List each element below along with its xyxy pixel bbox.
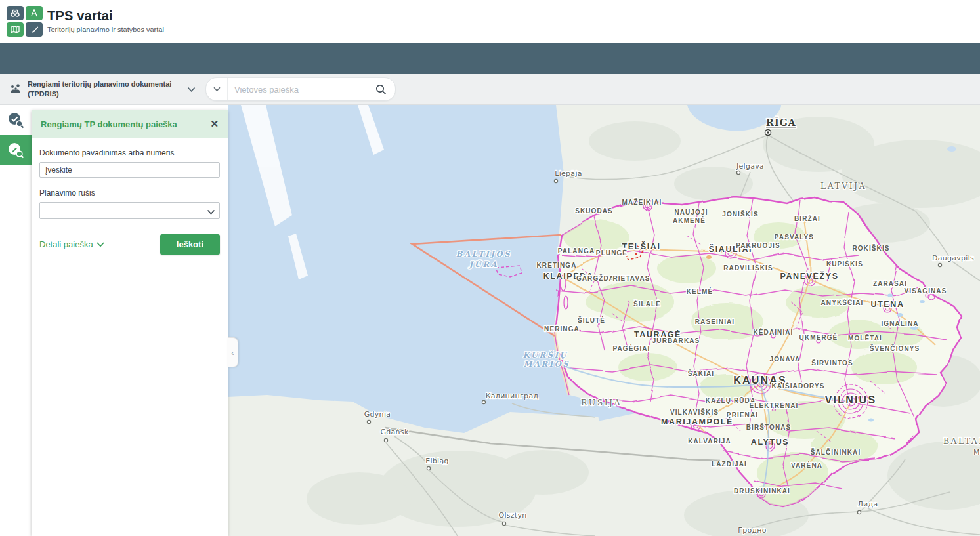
map-label-j-ra: JŪRA xyxy=(468,260,498,269)
app-title: TPS vartai xyxy=(47,9,164,24)
panel-header: Rengiamų TP dokumentų paieška ✕ xyxy=(32,110,228,138)
town-dot-marker xyxy=(427,466,430,470)
map[interactable]: RĪGALATVIJARUSIJABALTARUSIJAMoLiepājaJel… xyxy=(228,105,980,536)
map-label-utena: UTENA xyxy=(870,300,904,309)
map-label-garg-dai: GARGŽDAI xyxy=(576,274,617,282)
map-label-r-ga: RĪGA xyxy=(766,116,796,128)
map-label--: Калининград xyxy=(486,392,539,400)
map-label-panev-ys: PANEVĖŽYS xyxy=(780,271,838,281)
map-label-plung-: PLUNGĖ xyxy=(596,249,628,257)
map-label-marijampol-: MARIJAMPOLĖ xyxy=(661,417,733,426)
map-label-latvija: LATVIJA xyxy=(820,181,866,191)
tp-documents-search-panel: Rengiamų TP dokumentų paieška ✕ Dokument… xyxy=(32,110,228,536)
plan-type-select[interactable] xyxy=(39,202,220,219)
map-label-joni-kis: JONIŠKIS xyxy=(722,210,758,218)
town-dot-marker xyxy=(554,179,557,182)
map-label--ilal-: ŠILALĖ xyxy=(633,300,661,308)
map-label-kelm-: KELMĖ xyxy=(687,287,714,295)
document-name-label: Dokumento pavadinimas arba numeris xyxy=(39,148,220,157)
map-label-kalvarija: KALVARIJA xyxy=(688,438,731,445)
map-label-radvili-kis: RADVILIŠKIS xyxy=(723,264,773,272)
map-label-baltijos: BALTIJOS xyxy=(456,249,511,258)
town-dot-marker xyxy=(938,263,941,266)
map-label-naujoji: NAUJOJI xyxy=(674,209,708,216)
town-dot-marker xyxy=(367,420,370,423)
town-dot-marker xyxy=(857,510,861,514)
map-label-marios: MARIOS xyxy=(524,360,570,369)
map-label--: Гродно xyxy=(738,526,767,535)
map-label--: Лида xyxy=(858,500,878,508)
town-dot-marker xyxy=(482,400,485,403)
map-label-daugavpils: Daugavpils xyxy=(932,254,974,262)
map-label-alytus: ALYTUS xyxy=(751,438,789,447)
map-icon xyxy=(7,22,24,37)
document-layer-selector-label: Rengiami teritorijų planavimo dokumentai… xyxy=(28,79,177,99)
map-label-pag-giai: PAGĖGIAI xyxy=(613,344,650,352)
map-label-liep-ja: Liepāja xyxy=(555,169,582,178)
map-label--irvintos: ŠIRVINTOS xyxy=(811,359,853,367)
layers-group-icon xyxy=(9,82,22,97)
map-label-prienai: PRIENAI xyxy=(727,411,758,419)
map-label-olsztyn: Olsztyn xyxy=(498,511,526,520)
binoculars-icon xyxy=(7,6,24,20)
map-label-vilnius: VILNIUS xyxy=(825,394,877,405)
map-label-baltarusija: BALTARUSIJA xyxy=(943,436,980,446)
town-dot-marker xyxy=(384,438,387,442)
map-label-druskininkai: DRUSKININKAI xyxy=(734,487,790,495)
map-label-mo: Mo xyxy=(973,448,980,457)
close-icon[interactable]: ✕ xyxy=(207,115,221,133)
place-search-bar xyxy=(205,77,396,101)
app-header: TPS vartai Teritorijų planavimo ir staty… xyxy=(0,0,980,43)
document-name-input[interactable] xyxy=(39,162,220,178)
map-label-kupi-kis: KUPIŠKIS xyxy=(826,260,863,268)
approved-documents-search-button[interactable] xyxy=(0,105,32,135)
map-label-gda-sk: Gdańsk xyxy=(380,428,408,436)
detailed-search-link[interactable]: Detali paieška xyxy=(39,239,104,249)
panel-collapse-handle[interactable]: ‹ xyxy=(228,337,238,367)
map-label--ven-ionys: ŠVENČIONYS xyxy=(870,344,920,352)
map-label-bir-ai: BIRŽAI xyxy=(794,215,820,222)
map-label-skuodas: SKUODAS xyxy=(575,207,613,215)
map-label-elbl-g: Elbląg xyxy=(425,457,449,465)
map-label-kazl-r-da: KAZLŲ RŪDA xyxy=(706,397,756,404)
map-label-vilkavi-kis: VILKAVIŠKIS xyxy=(670,408,719,416)
map-label-k-dainiai: KĖDAINIAI xyxy=(753,328,793,336)
app-subtitle: Teritorijų planavimo ir statybos vartai xyxy=(47,26,164,33)
map-label--ilut-: ŠILUTĖ xyxy=(578,316,605,324)
map-toolbar: Rengiami teritorijų planavimo dokumentai… xyxy=(0,74,980,105)
map-label-elektr-nai: ELEKTRĖNAI xyxy=(750,402,799,409)
map-label-jurbarkas: JURBARKAS xyxy=(652,337,700,344)
map-label-mol-tai: MOLĖTAI xyxy=(848,334,882,342)
map-label-jonava: JONAVA xyxy=(770,356,801,363)
search-submit-button[interactable]: Ieškoti xyxy=(160,234,220,255)
map-label-ma-eikiai: MAŽEIKIAI xyxy=(622,198,662,206)
map-label--akiai: ŠAKIAI xyxy=(688,369,715,377)
map-label-gdynia: Gdynia xyxy=(364,410,391,419)
map-label-akmen-: AKMENĖ xyxy=(673,216,706,224)
map-label-pasvalys: PASVALYS xyxy=(775,234,814,241)
tps-vartai-app: { "header": { "title": "TPS vartai", "su… xyxy=(0,0,980,536)
map-label-kur-i-: KURŠIŲ xyxy=(523,350,568,360)
map-label-raseiniai: RASEINIAI xyxy=(695,318,735,325)
top-navigation-bar xyxy=(0,43,980,74)
map-label-anyk-iai: ANYKŠČIAI xyxy=(821,299,864,306)
map-label-lazdijai: LAZDIJAI xyxy=(712,461,747,468)
search-icon[interactable] xyxy=(366,78,395,100)
brush-icon xyxy=(26,22,43,37)
panel-title: Rengiamų TP dokumentų paieška xyxy=(32,119,177,129)
map-label-palanga: PALANGA xyxy=(558,247,595,255)
map-label--al-ininkai: ŠALČININKAI xyxy=(811,448,861,456)
town-dot-marker xyxy=(736,171,740,174)
document-layer-selector[interactable]: Rengiami teritorijų planavimo dokumentai… xyxy=(0,74,203,104)
map-label-var-na: VARĖNA xyxy=(791,461,822,469)
place-search-input[interactable] xyxy=(228,85,366,94)
map-label-ukmerg-: UKMERGĖ xyxy=(799,333,838,341)
map-label-zarasai: ZARASAI xyxy=(873,280,907,287)
chevron-down-icon xyxy=(187,83,196,95)
town-dot-marker xyxy=(502,522,505,525)
map-label-jelgava: Jelgava xyxy=(736,162,764,171)
map-label-pakruojis: PAKRUOJIS xyxy=(736,242,780,249)
search-options-chevron[interactable] xyxy=(206,78,228,100)
drafted-documents-search-button[interactable] xyxy=(0,135,32,165)
map-label-kretinga: KRETINGA xyxy=(536,262,576,269)
